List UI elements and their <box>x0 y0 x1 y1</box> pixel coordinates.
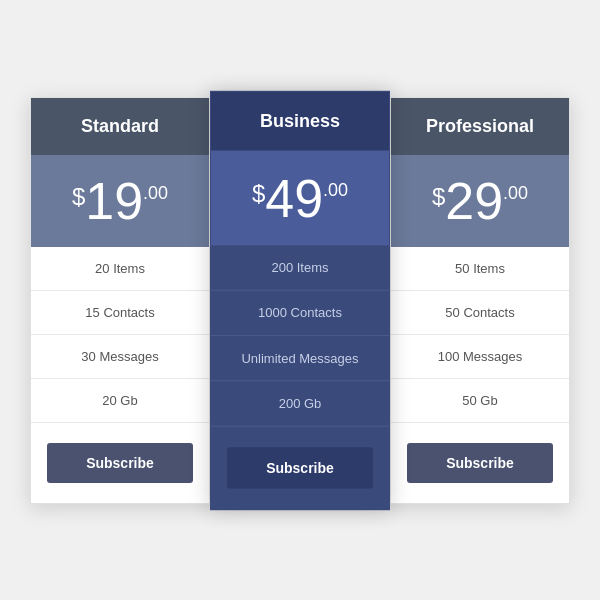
feature-row-standard-2: 30 Messages <box>31 335 209 379</box>
plan-header-business: Business <box>211 91 389 150</box>
price-cents-professional: .00 <box>503 183 528 204</box>
plan-professional: Professional $29.00 50 Items50 Contacts1… <box>390 97 570 504</box>
price-dollar-professional: $ <box>432 183 445 211</box>
feature-row-professional-2: 100 Messages <box>391 335 569 379</box>
plan-header-standard: Standard <box>31 98 209 155</box>
feature-row-business-1: 1000 Contacts <box>211 290 389 335</box>
feature-row-business-0: 200 Items <box>211 245 389 290</box>
price-main-professional: 29 <box>445 175 503 227</box>
feature-row-standard-3: 20 Gb <box>31 379 209 423</box>
plan-business: Business $49.00 200 Items1000 ContactsUn… <box>210 90 390 509</box>
plan-features-standard: 20 Items15 Contacts30 Messages20 Gb <box>31 247 209 423</box>
price-dollar-business: $ <box>252 179 265 208</box>
plan-price-business: $49.00 <box>211 150 389 245</box>
plan-header-professional: Professional <box>391 98 569 155</box>
price-main-standard: 19 <box>85 175 143 227</box>
feature-row-business-2: Unlimited Messages <box>211 336 389 381</box>
price-cents-business: .00 <box>323 179 348 201</box>
subscribe-button-professional[interactable]: Subscribe <box>407 443 553 483</box>
plan-features-professional: 50 Items50 Contacts100 Messages50 Gb <box>391 247 569 423</box>
feature-row-standard-0: 20 Items <box>31 247 209 291</box>
price-main-business: 49 <box>265 171 323 225</box>
plan-price-professional: $29.00 <box>391 155 569 247</box>
pricing-container: Standard $19.00 20 Items15 Contacts30 Me… <box>30 97 570 504</box>
subscribe-button-business[interactable]: Subscribe <box>227 447 373 488</box>
feature-row-professional-1: 50 Contacts <box>391 291 569 335</box>
price-dollar-standard: $ <box>72 183 85 211</box>
feature-row-professional-3: 50 Gb <box>391 379 569 423</box>
feature-row-professional-0: 50 Items <box>391 247 569 291</box>
feature-row-standard-1: 15 Contacts <box>31 291 209 335</box>
price-cents-standard: .00 <box>143 183 168 204</box>
feature-row-business-3: 200 Gb <box>211 381 389 426</box>
plan-features-business: 200 Items1000 ContactsUnlimited Messages… <box>211 245 389 426</box>
subscribe-button-standard[interactable]: Subscribe <box>47 443 193 483</box>
plan-footer-standard: Subscribe <box>31 423 209 503</box>
plan-footer-business: Subscribe <box>211 426 389 508</box>
plan-standard: Standard $19.00 20 Items15 Contacts30 Me… <box>30 97 210 504</box>
plan-price-standard: $19.00 <box>31 155 209 247</box>
plan-footer-professional: Subscribe <box>391 423 569 503</box>
